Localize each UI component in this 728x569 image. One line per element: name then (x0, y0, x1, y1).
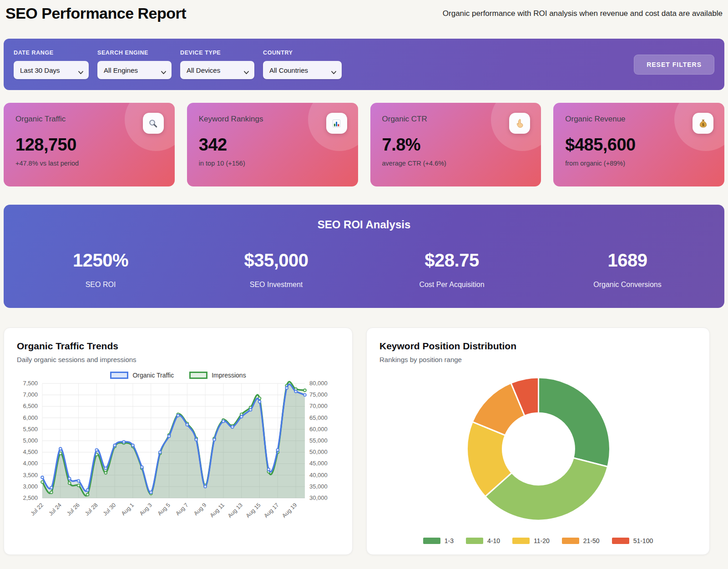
kpi-label: Organic CTR (382, 115, 530, 124)
page-header: SEO Performance Report Organic performan… (4, 4, 724, 22)
legend-swatch (512, 538, 530, 544)
left-axis-tick: 6,500 (23, 403, 38, 409)
date-range-select[interactable]: Last 30 Days (14, 61, 89, 79)
right-axis-tick: 35,000 (309, 483, 328, 490)
right-axis-tick: 75,000 (309, 391, 328, 398)
positions-chart-subtitle: Rankings by position range (379, 356, 697, 363)
x-axis-label: Aug 1 (120, 502, 135, 517)
x-axis-label: Aug 7 (174, 502, 189, 517)
legend-label: 21-50 (583, 537, 600, 544)
legend-swatch (189, 372, 207, 379)
kpi-subtext: +47.8% vs last period (15, 160, 163, 167)
roi-value: $28.75 (364, 250, 540, 271)
traffic-chart-legend: Organic TrafficImpressions (17, 372, 339, 379)
right-axis-tick: 55,000 (309, 437, 328, 444)
x-axis-label: Jul 24 (47, 502, 63, 517)
left-axis-tick: 7,000 (23, 391, 38, 398)
x-axis-label: Aug 19 (281, 502, 298, 519)
x-axis-label: Aug 5 (157, 502, 172, 517)
legend-item-11-20[interactable]: 11-20 (512, 537, 550, 544)
roi-value: 1250% (13, 250, 188, 271)
svg-text:$: $ (702, 122, 704, 126)
legend-label: 4-10 (487, 537, 500, 544)
left-axis-tick: 3,000 (23, 483, 38, 490)
left-axis-tick: 7,500 (23, 380, 38, 387)
roi-label: SEO ROI (13, 281, 188, 289)
date-range-label: DATE RANGE (14, 50, 89, 56)
x-axis-label: Aug 9 (192, 502, 207, 517)
traffic-trends-chart[interactable]: Jul 22Jul 24Jul 26Jul 28Jul 30Aug 1Aug 3… (17, 379, 340, 534)
legend-item-impressions[interactable]: Impressions (189, 372, 246, 379)
legend-item-4-10[interactable]: 4-10 (466, 537, 500, 544)
device-type-label: DEVICE TYPE (180, 50, 254, 56)
position-distribution-donut[interactable] (379, 363, 698, 533)
right-axis-tick: 45,000 (309, 460, 328, 467)
search-engine-label: SEARCH ENGINE (97, 50, 172, 56)
legend-item-organic-traffic[interactable]: Organic Traffic (110, 372, 174, 379)
x-axis-label: Aug 3 (138, 502, 153, 517)
right-axis-tick: 70,000 (309, 403, 328, 409)
organic-traffic-trends-card: Organic Traffic Trends Daily organic ses… (4, 327, 353, 555)
kpi-value: 342 (199, 135, 346, 155)
keyword-position-distribution-card: Keyword Position Distribution Rankings b… (366, 327, 710, 555)
x-axis-label: Jul 26 (66, 502, 81, 517)
device-type-select[interactable]: All Devices (180, 61, 254, 79)
roi-stat-cost-per-acquisition: $28.75 Cost Per Acquisition (364, 250, 540, 289)
roi-label: Organic Conversions (540, 281, 715, 289)
kpi-subtext: in top 10 (+156) (199, 160, 346, 167)
legend-item-1-3[interactable]: 1-3 (423, 537, 454, 544)
roi-stat-seo-roi: 1250% SEO ROI (13, 250, 188, 289)
roi-label: SEO Investment (188, 281, 364, 289)
x-axis-label: Aug 13 (227, 502, 244, 519)
charts-row: Organic Traffic Trends Daily organic ses… (4, 327, 724, 555)
left-axis-tick: 3,500 (23, 472, 38, 478)
legend-item-51-100[interactable]: 51-100 (612, 537, 653, 544)
filter-group-search-engine: SEARCH ENGINE All Engines (97, 50, 172, 79)
legend-swatch (110, 372, 128, 379)
legend-label: 1-3 (445, 537, 454, 544)
roi-analysis-banner: SEO ROI Analysis 1250% SEO ROI $35,000 S… (4, 205, 724, 308)
filter-group-date-range: DATE RANGE Last 30 Days (14, 50, 89, 79)
money-bag-icon: $ (693, 113, 713, 134)
legend-label: Organic Traffic (132, 372, 174, 379)
left-axis-tick: 5,000 (23, 437, 38, 444)
x-axis-label: Aug 17 (263, 502, 280, 519)
positions-chart-title: Keyword Position Distribution (379, 341, 697, 352)
kpi-subtext: from organic (+89%) (565, 160, 713, 167)
page-subtitle: Organic performance with ROI analysis wh… (443, 9, 723, 18)
right-axis-tick: 65,000 (309, 414, 328, 421)
x-axis-label: Jul 28 (84, 502, 99, 517)
search-engine-select[interactable]: All Engines (97, 61, 172, 79)
kpi-card-keyword-rankings: Keyword Rankings 342 in top 10 (+156) (187, 103, 358, 186)
kpi-value: $485,600 (565, 135, 713, 155)
country-select[interactable]: All Countries (263, 61, 342, 79)
right-axis-tick: 80,000 (309, 380, 328, 387)
legend-item-21-50[interactable]: 21-50 (562, 537, 600, 544)
donut-slice-1-3[interactable] (539, 378, 610, 467)
bar-chart-icon (326, 113, 347, 134)
x-axis-label: Jul 22 (30, 502, 45, 517)
filter-group-country: COUNTRY All Countries (263, 50, 342, 79)
legend-swatch (612, 538, 629, 544)
filter-bar: DATE RANGE Last 30 Days SEARCH ENGINE Al… (4, 39, 724, 90)
x-axis-label: Aug 15 (245, 502, 262, 519)
positions-chart-legend: 1-34-1011-2021-5051-100 (379, 537, 697, 544)
kpi-value: 7.8% (382, 135, 530, 155)
kpi-value: 128,750 (15, 135, 163, 155)
kpi-label: Keyword Rankings (199, 115, 346, 124)
legend-swatch (562, 538, 579, 544)
organic-traffic-area (42, 384, 305, 498)
roi-stat-seo-investment: $35,000 SEO Investment (188, 250, 364, 289)
left-axis-tick: 2,500 (23, 494, 38, 501)
filter-group-device-type: DEVICE TYPE All Devices (180, 50, 254, 79)
reset-filters-button[interactable]: RESET FILTERS (634, 55, 714, 75)
country-label: COUNTRY (263, 50, 342, 56)
left-axis-tick: 5,500 (23, 426, 38, 433)
page-title: SEO Performance Report (5, 5, 186, 22)
kpi-card-organic-traffic: Organic Traffic 128,750 +47.8% vs last p… (4, 103, 175, 186)
right-axis-tick: 40,000 (309, 472, 328, 478)
left-axis-tick: 4,500 (23, 448, 38, 455)
left-axis-tick: 4,000 (23, 460, 38, 467)
kpi-row: Organic Traffic 128,750 +47.8% vs last p… (4, 103, 724, 186)
legend-label: 11-20 (534, 537, 550, 544)
